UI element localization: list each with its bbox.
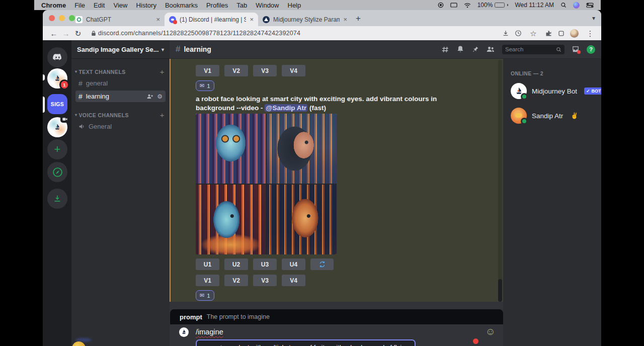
menu-app-chrome[interactable]: Chrome bbox=[41, 2, 66, 9]
user-mention[interactable]: @Sandip Atr bbox=[265, 104, 307, 112]
chat-scrollbar-track[interactable] bbox=[498, 60, 502, 301]
battery-indicator[interactable]: 100% bbox=[477, 2, 509, 9]
create-channel-icon[interactable]: + bbox=[160, 67, 165, 76]
server-menu-chevron-icon[interactable]: ▾ bbox=[162, 47, 164, 52]
v4-button[interactable]: V4 bbox=[282, 65, 305, 76]
member-name: Sandip Atr bbox=[532, 112, 563, 120]
download-apps-button[interactable] bbox=[47, 189, 67, 209]
imagine-command[interactable]: /imagine bbox=[196, 328, 223, 336]
generated-image-4[interactable] bbox=[267, 185, 337, 254]
notifications-bell-icon[interactable] bbox=[456, 45, 464, 53]
reload-button[interactable]: ↻ bbox=[72, 30, 84, 37]
extensions-icon[interactable] bbox=[545, 30, 552, 37]
reading-list-icon[interactable] bbox=[515, 30, 522, 37]
u2-button[interactable]: U2 bbox=[224, 258, 248, 270]
add-server-button[interactable]: + bbox=[47, 139, 67, 159]
v2-button[interactable]: V2 bbox=[224, 275, 248, 286]
generated-image-2[interactable] bbox=[267, 114, 337, 184]
search-input[interactable]: Search bbox=[502, 45, 565, 54]
close-tab-icon[interactable]: × bbox=[156, 16, 160, 23]
v4-button[interactable]: V4 bbox=[282, 275, 305, 286]
section-label: VOICE CHANNELS bbox=[78, 112, 129, 118]
tab-switcher-icon[interactable] bbox=[558, 30, 565, 37]
downloads-icon[interactable] bbox=[502, 30, 509, 37]
envelope-reaction[interactable]: ✉ 1 bbox=[196, 290, 214, 301]
member-midjourney-bot[interactable]: Midjourney Bot ✓BOT bbox=[511, 81, 601, 101]
profile-avatar[interactable] bbox=[570, 29, 579, 38]
menu-history[interactable]: History bbox=[136, 2, 156, 9]
channel-general[interactable]: # general bbox=[75, 77, 166, 89]
new-tab-button[interactable]: + bbox=[352, 14, 365, 24]
close-tab-icon[interactable]: × bbox=[343, 16, 347, 23]
online-section-label: ONLINE — 2 bbox=[511, 70, 601, 76]
generated-image-3[interactable] bbox=[196, 185, 266, 254]
channel-sidebar: Sandip Image Gallery Se... ▾ ▾ TEXT CHAN… bbox=[71, 40, 170, 346]
v3-button[interactable]: V3 bbox=[253, 275, 277, 286]
v2-button[interactable]: V2 bbox=[224, 65, 248, 76]
minimize-window-button[interactable] bbox=[59, 15, 65, 21]
prompt-option-input[interactable]: prompt a plant with multiple types of fr… bbox=[196, 339, 416, 346]
v3-button[interactable]: V3 bbox=[253, 65, 277, 76]
menu-profiles[interactable]: Profiles bbox=[206, 2, 228, 9]
tab-overflow-chevron-icon[interactable]: ▾ bbox=[592, 15, 595, 22]
member-sandip-atr[interactable]: Sandip Atr ✌ bbox=[511, 106, 601, 126]
text-channels-section[interactable]: ▾ TEXT CHANNELS + bbox=[71, 67, 170, 76]
variation-buttons: V1 V2 V3 V4 bbox=[196, 275, 503, 286]
pinned-messages-icon[interactable] bbox=[471, 46, 479, 53]
menu-window[interactable]: Window bbox=[256, 2, 279, 9]
browser-menu-icon[interactable]: ⋮ bbox=[584, 30, 596, 37]
channel-learning[interactable]: # learning ⚙ bbox=[75, 91, 166, 102]
siri-icon[interactable] bbox=[573, 2, 580, 9]
menubar-clock[interactable]: Wed 11:12 AM bbox=[515, 2, 554, 9]
menu-file[interactable]: File bbox=[74, 2, 85, 9]
wifi-icon[interactable] bbox=[464, 3, 471, 8]
server-header[interactable]: Sandip Image Gallery Se... ▾ bbox=[71, 40, 170, 59]
inbox-notification-dot bbox=[577, 50, 581, 54]
menu-tab[interactable]: Tab bbox=[236, 2, 247, 9]
v1-button[interactable]: V1 bbox=[196, 275, 219, 286]
address-bar[interactable]: discord.com/channels/1128282250098778123… bbox=[98, 30, 300, 37]
close-window-button[interactable] bbox=[49, 15, 55, 21]
server-midjourney-alt[interactable] bbox=[47, 117, 67, 137]
voice-channels-section[interactable]: ▾ VOICE CHANNELS + bbox=[71, 111, 170, 119]
v1-button[interactable]: V1 bbox=[196, 65, 219, 76]
close-tab-icon[interactable]: × bbox=[250, 16, 254, 23]
server-sigs[interactable]: SIGS bbox=[47, 94, 67, 114]
server-midjourney[interactable]: 1 bbox=[47, 68, 67, 89]
discord-home-button[interactable] bbox=[47, 47, 67, 67]
menu-view[interactable]: View bbox=[113, 2, 127, 9]
threads-icon[interactable] bbox=[441, 46, 449, 53]
channel-settings-icon[interactable]: ⚙ bbox=[157, 93, 163, 100]
menu-bookmarks[interactable]: Bookmarks bbox=[165, 2, 198, 9]
generated-image-1[interactable] bbox=[196, 114, 266, 184]
display-icon[interactable] bbox=[450, 3, 457, 8]
back-button[interactable]: ← bbox=[48, 30, 60, 37]
envelope-reaction[interactable]: ✉ 1 bbox=[196, 80, 214, 91]
voice-channel-general[interactable]: General bbox=[75, 121, 166, 132]
control-center-icon[interactable] bbox=[586, 3, 594, 8]
u4-button[interactable]: U4 bbox=[282, 258, 305, 270]
forward-button[interactable]: → bbox=[60, 30, 72, 37]
menu-help[interactable]: Help bbox=[288, 2, 301, 9]
midjourney-image-grid[interactable] bbox=[196, 114, 337, 254]
invite-people-icon[interactable] bbox=[146, 94, 153, 100]
tab-chatgpt[interactable]: ChatGPT × bbox=[71, 13, 165, 26]
u3-button[interactable]: U3 bbox=[253, 258, 277, 270]
u1-button[interactable]: U1 bbox=[196, 258, 219, 270]
spotlight-icon[interactable] bbox=[560, 2, 567, 8]
reroll-button[interactable] bbox=[310, 258, 334, 270]
bookmark-star-icon[interactable]: ☆ bbox=[527, 30, 539, 37]
create-channel-icon[interactable]: + bbox=[160, 111, 165, 119]
explore-servers-button[interactable] bbox=[47, 162, 67, 182]
inbox-icon[interactable] bbox=[572, 45, 580, 53]
tab-midjourney-doc[interactable]: Midjourney Stylize Parameter × bbox=[258, 13, 352, 26]
member-list-icon[interactable] bbox=[486, 46, 495, 53]
emoji-picker-icon[interactable]: ☺ bbox=[486, 326, 496, 336]
option-value[interactable]: a plant with multiple types of fruits, w… bbox=[229, 343, 410, 346]
lock-icon[interactable] bbox=[91, 30, 96, 36]
menu-edit[interactable]: Edit bbox=[94, 2, 105, 9]
screen-record-icon[interactable] bbox=[438, 2, 444, 8]
chat-scrollbar-thumb[interactable] bbox=[498, 279, 502, 302]
help-icon[interactable]: ? bbox=[587, 45, 595, 54]
tab-discord[interactable]: (1) Discord | #learning | Sandi × bbox=[165, 13, 258, 26]
